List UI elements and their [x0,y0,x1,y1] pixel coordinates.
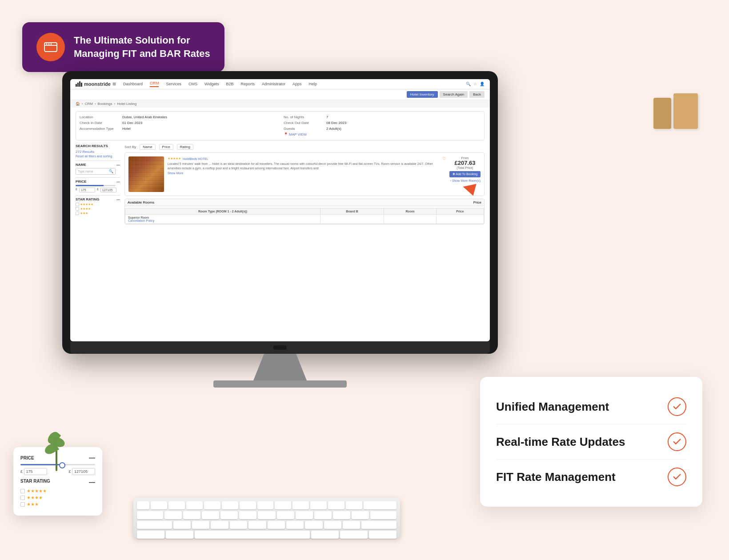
float-star-4: ★★★★ [20,495,95,500]
nav-admin[interactable]: Administrator [262,82,285,86]
available-rooms-label: Available Rooms [128,200,154,204]
rooms-header: Available Rooms Price [125,199,484,206]
key-row-1 [137,501,397,509]
price-col-label: Price [473,200,481,204]
accommodation-field: Accommodation Type Hotel [80,127,276,131]
svg-point-3 [48,44,50,45]
back-btn[interactable]: Back [469,91,485,98]
nav-b2b[interactable]: B2B [226,82,233,86]
float-star-5: ★★★★★ [20,488,95,493]
col-price: Price [436,208,484,215]
check-unified [668,397,686,416]
checkout-field: Check Out Date 08 Dec 2023 [284,121,481,125]
plant-stem [56,449,57,471]
star-3-filter: ★★★ [76,212,120,215]
add-to-booking-btn[interactable]: ✚ Add To Booking [449,171,481,177]
nav-crm[interactable]: CRM [150,81,159,87]
key-row-2 [137,511,397,519]
book-decoration-2 [653,98,671,129]
top-actions: Hotel Inventory Search Again Back [70,89,490,100]
check-realtime [668,432,686,451]
monitor-screen: moonstride ⊞ Dashboard CRM Services CMS … [70,79,490,341]
name-filter-input[interactable]: Type name 🔍 [76,168,116,175]
search-results-title: SEARCH RESULTS [76,144,120,148]
monitor-chin [70,341,490,354]
price-range: £ 175 £ 127105 [76,188,120,192]
rooms-table: Room Type (ROOM 1 - 2 Adult(s)) Board B … [125,208,484,224]
breadcrumb: 🏠 › CRM › Bookings › Hotel Listing [70,100,490,108]
nav-services[interactable]: Services [166,82,181,86]
feature-row-1: Unified Management [496,389,686,424]
star-collapse[interactable]: — [89,479,95,486]
price-max-input[interactable]: 127105 [100,188,116,192]
feature-row-3: FIT Rate Management [496,460,686,494]
location-field: Location Dubai, United Arab Emirates [80,115,276,119]
price-filter: PRICE — £ 175 £ 127105 [76,177,120,192]
feature-realtime: Real-time Rate Updates [496,435,625,449]
hotel-card: ★★★★★ HotelBeds HOTEL ♡ Located 5 minute… [124,152,485,196]
cms-content: Location Dubai, United Arab Emirates No.… [70,108,490,228]
nav-reports[interactable]: Reports [240,82,255,86]
badge-text: The Ultimate Solution for Managing FIT a… [74,34,210,60]
monitor-base [213,380,347,388]
keyboard [133,498,400,538]
svg-point-2 [46,44,48,45]
monitor-outer: moonstride ⊞ Dashboard CRM Services CMS … [62,71,498,354]
key-row-3 [137,521,397,529]
col-board: Board B [320,208,384,215]
cms-logo: moonstride ⊞ [76,81,116,87]
sort-rating[interactable]: Rating [177,144,193,150]
sort-bar: Sort By Name Price Rating [124,144,485,150]
feature-fit: FIT Rate Management [496,470,616,484]
map-view-btn[interactable]: 📍MAP VIEW [284,132,481,136]
hotel-image [128,156,164,192]
nav-apps[interactable]: Apps [292,82,302,86]
search-again-btn[interactable]: Search Again [440,91,468,98]
features-card: Unified Management Real-time Rate Update… [480,377,702,507]
col-room: Room [384,208,436,215]
float-price-max[interactable]: 127105 [72,468,95,475]
star-filter: STAR RATING — ★★★★★ ★★★★ [76,195,120,215]
results-list: Sort By Name Price Rating ★★★★★ HotelBed… [124,144,485,224]
feature-row-2: Real-time Rate Updates [496,424,686,460]
feature-unified: Unified Management [496,400,609,414]
table-row: Superior Room Cancellation Policy [125,215,484,224]
nav-help[interactable]: Help [309,82,317,86]
checkin-field: Check In Date 01 Dec 2023 [80,121,276,125]
monitor-stand [253,354,307,380]
rooms-table-container: Available Rooms Price Room Type (ROOM 1 … [124,199,485,224]
badge-icon [36,33,65,61]
show-more[interactable]: Show More [168,172,183,175]
results-count: 272 Results [76,150,120,154]
float-star-3: ★★★ [20,502,95,507]
price-min-input[interactable]: 175 [79,188,95,192]
sort-price[interactable]: Price [159,144,173,150]
search-results: SEARCH RESULTS 272 Results Reset all fil… [76,144,485,224]
cancel-policy[interactable]: Cancellation Policy [128,219,317,222]
hotel-info: ★★★★★ HotelBeds HOTEL ♡ Located 5 minute… [168,156,446,192]
hotel-inventory-btn[interactable]: Hotel Inventory [407,91,438,98]
search-fields: Location Dubai, United Arab Emirates No.… [76,111,485,140]
col-room-type: Room Type (ROOM 1 - 2 Adult(s)) [125,208,320,215]
name-filter: NAME — Type name 🔍 [76,160,120,175]
hotel-description: Located 5 minutes' walk from ... Hotel i… [168,162,446,171]
star-4-filter: ★★★★ [76,207,120,211]
logo-bars [76,81,82,87]
price-slider[interactable] [76,185,116,186]
float-price-min[interactable]: 175 [24,468,47,475]
cms-navigation: moonstride ⊞ Dashboard CRM Services CMS … [70,79,490,89]
nav-widgets[interactable]: Widgets [204,82,219,86]
nav-cms[interactable]: CMS [188,82,197,86]
price-collapse[interactable]: — [89,454,95,461]
book-decoration [673,93,698,129]
header-badge: The Ultimate Solution for Managing FIT a… [22,22,224,72]
guests-field: Guests 2 Adult(s) [284,127,481,131]
key-row-spacebar [137,531,397,539]
sort-name[interactable]: Name [140,144,155,150]
check-fit [668,468,686,486]
plant-decoration [44,436,71,471]
reset-filters[interactable]: Reset all filters and sorting [76,155,120,158]
nav-dashboard[interactable]: Dashboard [123,82,143,86]
nights-field: No. of Nights 7 [284,115,481,119]
star-5-filter: ★★★★★ [76,203,120,206]
